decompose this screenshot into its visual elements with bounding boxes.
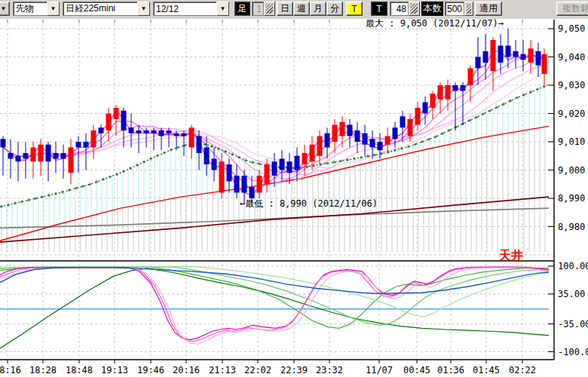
ma-green-marker — [414, 143, 417, 146]
candle-body — [355, 130, 360, 142]
candle-body — [114, 108, 119, 119]
spin-icon[interactable] — [464, 2, 473, 16]
candle-body — [23, 153, 29, 159]
interval-spinner[interactable]: 1 — [252, 2, 275, 16]
time-tick-label: 18:16 — [0, 365, 21, 375]
osc-blue-line — [0, 268, 549, 294]
osc-tick-label: 35.00 — [558, 289, 585, 299]
osc-tick-label: -35.00 — [558, 319, 588, 329]
candle-body — [317, 136, 323, 156]
candle-body — [370, 139, 375, 147]
ma-green-marker — [244, 159, 247, 162]
candle-body — [54, 153, 59, 159]
ma-green-marker — [47, 194, 51, 197]
candle-body — [325, 133, 330, 148]
period-month-button[interactable]: 月 — [310, 2, 326, 16]
ma-green-marker — [522, 93, 525, 97]
candle-body — [212, 159, 217, 170]
period-week-button[interactable]: 週 — [293, 2, 310, 16]
candle-body — [159, 130, 164, 136]
candle-body — [423, 103, 428, 114]
candle-body — [152, 130, 157, 133]
period-minute-button[interactable]: 分 — [326, 2, 343, 16]
candle-body — [8, 153, 14, 159]
chevron-down-icon[interactable]: ▼ — [216, 2, 229, 16]
price-tick-label: 9,010 — [558, 136, 585, 147]
ma-green-marker — [427, 138, 430, 141]
candle-body — [287, 161, 292, 173]
multi-symbol-button[interactable]: 複数銘柄 — [556, 2, 588, 16]
osc-tick-label: -100.00 — [558, 347, 588, 357]
candle-body — [385, 136, 390, 145]
tick-count-spinner[interactable]: 48 — [390, 2, 420, 16]
time-tick-label: 22:02 — [244, 365, 271, 375]
time-tick-label: 21:13 — [209, 365, 236, 375]
candle-body — [204, 148, 210, 165]
candle-body — [1, 139, 6, 147]
ma-green-marker — [176, 146, 179, 149]
contract-month-combobox[interactable]: 12/12 ▼ — [153, 2, 229, 16]
contract-month-value: 12/12 — [153, 2, 216, 16]
ma-green-marker — [34, 197, 37, 200]
candle-body — [189, 127, 194, 147]
interval-value: 1 — [252, 2, 264, 16]
candle-body — [295, 156, 300, 170]
t-aggregation-button[interactable]: T — [371, 2, 387, 16]
candle-body — [430, 93, 436, 108]
candle-body — [38, 145, 44, 162]
category-value: 先物 — [13, 2, 47, 16]
ma-green-marker — [61, 191, 64, 194]
instrument-combobox[interactable]: 日経225mini ▼ — [63, 2, 150, 16]
candle-body — [453, 85, 458, 91]
time-tick-label: 23:32 — [316, 365, 343, 375]
candle-body — [332, 125, 338, 143]
time-tick-label: 02:22 — [509, 365, 536, 375]
time-tick-label: 01:36 — [437, 365, 464, 375]
osc-rci-pink-line — [0, 267, 549, 339]
apply-button[interactable]: 適用 — [475, 2, 502, 16]
price-tick-label: 9,030 — [558, 80, 585, 90]
ma-green-marker — [421, 140, 424, 143]
ma-green-marker — [102, 178, 105, 181]
bar-count-label: 本数 — [421, 2, 443, 16]
ma-green-marker — [129, 167, 132, 170]
candle-body — [84, 142, 89, 148]
max-annotation: 最大 : 9,050 (2012/11/07)→ — [366, 19, 504, 29]
ma-green-marker — [326, 162, 329, 165]
candle-body — [46, 145, 51, 162]
category-combobox[interactable]: 先物 ▼ — [13, 2, 60, 16]
bar-count-spinner[interactable]: 500 — [445, 2, 473, 16]
price-tick-label: 9,050 — [558, 23, 585, 34]
candle-body — [227, 164, 232, 182]
candle-body — [272, 161, 277, 176]
candle-body — [136, 130, 142, 133]
chevron-down-icon[interactable]: ▼ — [47, 2, 60, 16]
candle-body — [76, 142, 81, 148]
candle-body — [528, 48, 534, 63]
candle-body — [16, 156, 21, 162]
ma-green-marker — [332, 161, 335, 164]
time-tick-label: 22:39 — [280, 365, 308, 375]
left-combo-arrow-button[interactable]: ▼ — [0, 2, 10, 16]
time-tick-label: 19:46 — [137, 365, 164, 375]
ma-green-marker — [81, 185, 84, 188]
candle-body — [69, 148, 74, 173]
chevron-down-icon[interactable]: ▼ — [137, 2, 150, 16]
spin-icon[interactable] — [409, 2, 420, 16]
candle-body — [167, 130, 172, 133]
period-day-button[interactable]: 日 — [277, 2, 293, 16]
candle-body — [280, 159, 285, 170]
candle-body — [483, 51, 488, 63]
min-annotation: ←最低 : 8,990 (2012/11/06) — [240, 198, 378, 209]
ma-green-marker — [529, 90, 532, 93]
tick-mode-button[interactable]: T — [346, 2, 363, 16]
ma-green-marker — [346, 158, 349, 161]
candle-body — [91, 130, 96, 148]
candle-body — [234, 176, 240, 193]
candle-body — [476, 57, 481, 69]
price-chart[interactable]: 9,0509,0409,0309,0209,0109,0008,9908,980… — [0, 19, 588, 377]
spin-icon[interactable] — [264, 2, 275, 16]
ashi-mode-button[interactable]: 足 — [234, 2, 250, 16]
candle-body — [506, 46, 511, 57]
candle-body — [197, 136, 202, 154]
